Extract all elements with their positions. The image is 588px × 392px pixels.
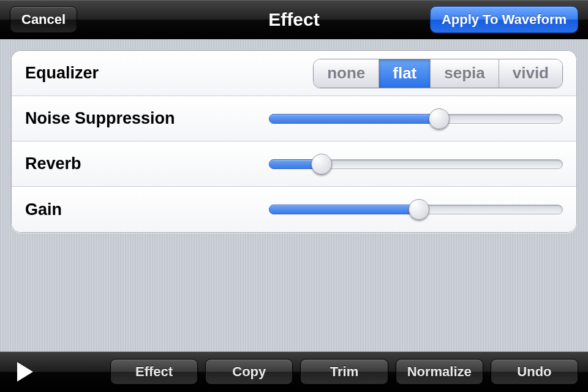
- navbar: Cancel Effect Apply To Waveform: [0, 0, 588, 39]
- reverb-label: Reverb: [25, 154, 262, 173]
- settings-group: Equalizer noneflatsepiavivid Noise Suppr…: [11, 50, 577, 233]
- toolbar-copy-button[interactable]: Copy: [205, 359, 293, 385]
- apply-button[interactable]: Apply To Waveform: [430, 6, 578, 33]
- play-icon: [17, 362, 33, 382]
- equalizer-segment-vivid[interactable]: vivid: [499, 59, 562, 88]
- row-gain: Gain: [12, 187, 576, 232]
- gain-control: [262, 202, 563, 217]
- slider-thumb[interactable]: [409, 199, 429, 220]
- bottom-toolbar: Effect Copy Trim Normalize Undo: [0, 352, 588, 392]
- equalizer-control: noneflatsepiavivid: [262, 59, 563, 88]
- reverb-control: [262, 157, 563, 172]
- noise-label: Noise Suppression: [25, 109, 262, 128]
- gain-slider[interactable]: [269, 202, 563, 217]
- equalizer-segment-sepia[interactable]: sepia: [431, 59, 499, 88]
- cancel-label: Cancel: [21, 12, 66, 28]
- equalizer-segment-none[interactable]: none: [314, 59, 379, 88]
- row-equalizer: Equalizer noneflatsepiavivid: [12, 51, 576, 96]
- toolbar-undo-label: Undo: [517, 364, 551, 380]
- toolbar-trim-label: Trim: [330, 364, 358, 380]
- row-noise-suppression: Noise Suppression: [12, 96, 576, 141]
- slider-thumb[interactable]: [429, 108, 450, 129]
- equalizer-label: Equalizer: [25, 64, 262, 83]
- noise-slider[interactable]: [269, 111, 563, 126]
- toolbar-normalize-button[interactable]: Normalize: [396, 359, 483, 385]
- equalizer-segment-flat[interactable]: flat: [379, 59, 431, 88]
- toolbar-effect-button[interactable]: Effect: [110, 359, 198, 385]
- apply-label: Apply To Waveform: [442, 12, 567, 28]
- equalizer-segmented[interactable]: noneflatsepiavivid: [313, 59, 563, 88]
- content-area: Equalizer noneflatsepiavivid Noise Suppr…: [0, 39, 588, 352]
- noise-control: [262, 111, 563, 126]
- toolbar-undo-button[interactable]: Undo: [491, 359, 578, 385]
- slider-fill: [269, 114, 439, 124]
- slider-fill: [269, 205, 419, 214]
- toolbar-effect-label: Effect: [135, 364, 173, 380]
- play-button[interactable]: [10, 358, 40, 385]
- gain-label: Gain: [25, 200, 262, 219]
- row-reverb: Reverb: [12, 141, 576, 187]
- toolbar-normalize-label: Normalize: [407, 364, 472, 380]
- toolbar-copy-label: Copy: [232, 364, 266, 380]
- toolbar-trim-button[interactable]: Trim: [300, 359, 388, 385]
- reverb-slider[interactable]: [269, 157, 563, 172]
- cancel-button[interactable]: Cancel: [10, 6, 77, 33]
- slider-thumb[interactable]: [311, 154, 332, 175]
